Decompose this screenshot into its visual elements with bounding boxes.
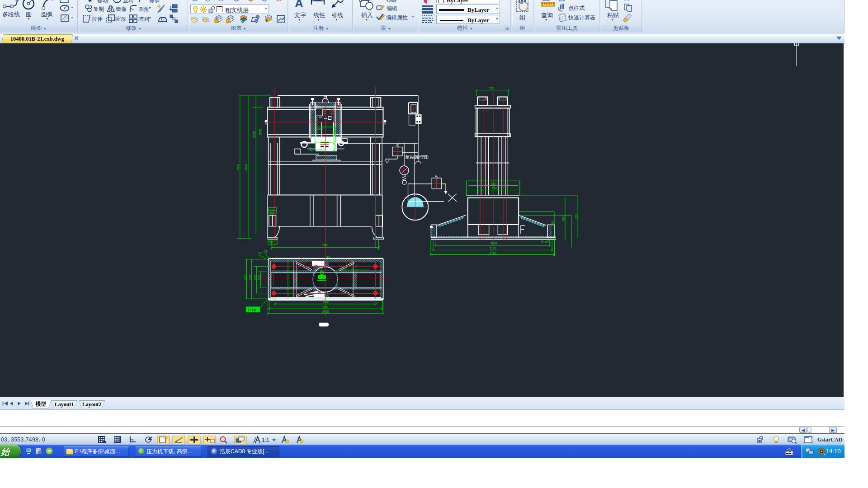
svg-text:950: 950 (575, 214, 578, 219)
svg-text:4000: 4000 (245, 164, 248, 170)
svg-text:240: 240 (270, 208, 274, 211)
svg-text:3400: 3400 (322, 244, 329, 247)
svg-text:1:10: 1:10 (248, 308, 256, 312)
svg-text:3400: 3400 (322, 310, 329, 313)
svg-text:800: 800 (258, 275, 261, 280)
svg-text:3050: 3050 (322, 305, 329, 309)
svg-text:C1: C1 (264, 250, 268, 253)
svg-text:900: 900 (254, 275, 257, 280)
svg-text:8×φ40: 8×φ40 (542, 240, 550, 244)
svg-text:1600: 1600 (249, 273, 252, 280)
svg-text:3120: 3120 (490, 247, 496, 250)
svg-text:1:1: 1:1 (262, 437, 269, 443)
svg-text:6500: 6500 (236, 164, 240, 170)
svg-text:3350: 3350 (253, 131, 256, 138)
svg-text:40: 40 (326, 255, 330, 258)
svg-text:1500: 1500 (259, 129, 262, 136)
svg-text:560: 560 (269, 241, 273, 244)
svg-text:700: 700 (489, 87, 494, 90)
svg-text:700: 700 (562, 216, 565, 221)
svg-text:泵站原理图: 泵站原理图 (405, 155, 429, 160)
svg-text:180: 180 (270, 211, 274, 214)
svg-text:2620: 2620 (491, 242, 497, 245)
svg-text:850: 850 (491, 182, 496, 185)
svg-text:2600: 2600 (323, 300, 330, 304)
svg-text:650: 650 (492, 187, 497, 190)
svg-text:350: 350 (551, 221, 554, 226)
svg-text:3780: 3780 (490, 251, 496, 254)
svg-text:φ900: φ900 (316, 128, 323, 131)
svg-text:1920: 1920 (244, 273, 247, 280)
svg-text:C2: C2 (258, 252, 262, 255)
